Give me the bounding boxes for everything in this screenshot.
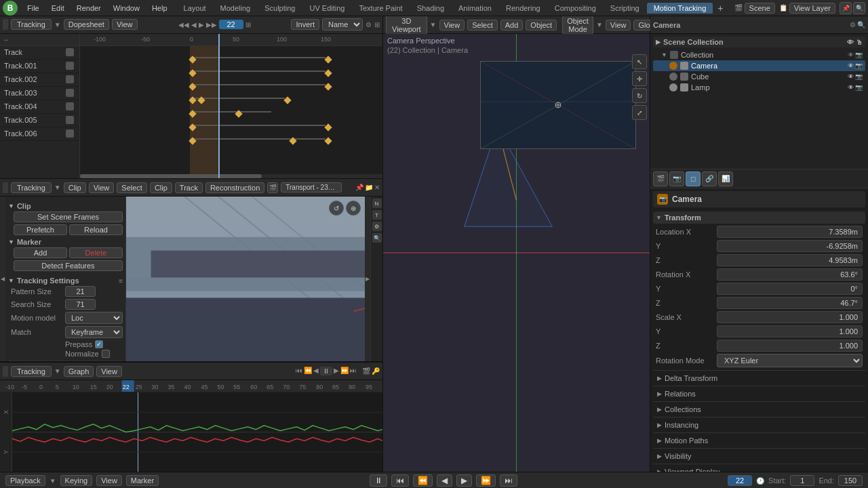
- prop-tab-constraints[interactable]: 🔗: [702, 171, 717, 186]
- clip-select-btn[interactable]: Select: [117, 182, 147, 193]
- tool-scale[interactable]: ⤢: [632, 105, 647, 120]
- tool-move[interactable]: ✛: [632, 71, 647, 86]
- clip-right-collapse[interactable]: ▶: [365, 197, 370, 361]
- clip-prop-icon-4[interactable]: 🔍: [372, 233, 382, 243]
- clip-close-icon[interactable]: ✕: [374, 184, 380, 191]
- collection-item-collection[interactable]: ▼ Collection 👁 📷: [653, 49, 865, 60]
- props-settings-icon[interactable]: ⚙: [850, 21, 856, 28]
- search-size-input[interactable]: [65, 299, 96, 310]
- clip-viewport[interactable]: ↺ ⊕: [126, 197, 365, 361]
- tab-sculpting[interactable]: Sculpting: [258, 3, 302, 14]
- dopesheet-normalize-icon[interactable]: ⊞: [374, 21, 380, 28]
- set-scene-frames-btn[interactable]: Set Scene Frames: [14, 211, 123, 222]
- scene-coll-icon-2[interactable]: 🖱: [856, 39, 863, 46]
- keying-btn[interactable]: Keying: [60, 475, 93, 486]
- reload-btn[interactable]: Reload: [69, 224, 123, 235]
- view-layer-selector[interactable]: View Layer: [789, 3, 835, 14]
- play-to-start-btn[interactable]: ⏸: [370, 474, 387, 487]
- dopesheet-collapse[interactable]: [3, 19, 8, 30]
- dopesheet-subtype[interactable]: Dopesheet: [64, 19, 109, 30]
- menu-render[interactable]: Render: [71, 3, 106, 14]
- collection-item-camera[interactable]: Camera 👁 📷: [653, 60, 865, 71]
- start-frame-input[interactable]: 1: [790, 475, 814, 486]
- tab-rendering[interactable]: Rendering: [499, 3, 547, 14]
- clip-left-collapse[interactable]: ◀: [0, 197, 5, 361]
- dopesheet-scrollbar-thumb[interactable]: [80, 174, 262, 178]
- cube-eye-icon[interactable]: 👁: [848, 73, 854, 80]
- tool-cursor[interactable]: ↖: [632, 54, 647, 69]
- clip-prop-icon-2[interactable]: T: [372, 210, 382, 220]
- tab-motion-tracking[interactable]: Motion Tracking: [647, 3, 713, 14]
- viewport-select-btn[interactable]: Select: [467, 20, 498, 30]
- prop-tab-scene[interactable]: 🎬: [653, 171, 668, 186]
- clip-reconstruction-btn[interactable]: Reconstruction: [205, 182, 264, 193]
- dopesheet-editor-type[interactable]: Tracking: [11, 19, 52, 30]
- graph-pause-btn[interactable]: ⏸: [320, 367, 332, 375]
- rotation-mode-select[interactable]: XYZ Euler: [717, 354, 863, 367]
- tab-uv[interactable]: UV Editing: [302, 3, 351, 14]
- next-keyframe-btn[interactable]: ⏭: [500, 474, 517, 487]
- transform-section-header[interactable]: ▼ Transform: [653, 211, 865, 224]
- add-workspace-tab[interactable]: +: [713, 3, 727, 14]
- invert-btn[interactable]: Invert: [291, 19, 319, 30]
- playback-mode-btn[interactable]: Playback: [5, 475, 45, 486]
- collection-item-cube[interactable]: Cube 👁 📷: [653, 71, 865, 82]
- clip-folder-icon[interactable]: 📁: [365, 184, 373, 191]
- scale-y-value[interactable]: 1.000: [717, 325, 863, 338]
- dopesheet-scrollbar[interactable]: [80, 174, 382, 178]
- tab-shading[interactable]: Shading: [410, 3, 451, 14]
- scene-coll-icon-1[interactable]: 👁: [847, 39, 854, 46]
- pin-button[interactable]: 📌: [840, 2, 852, 14]
- prop-tab-render[interactable]: 📷: [669, 171, 684, 186]
- clip-movie-icon[interactable]: 🎬: [267, 182, 278, 193]
- clip-editor-type[interactable]: Tracking: [11, 182, 52, 193]
- match-select[interactable]: Keyframe: [65, 326, 123, 338]
- step-fwd-btn[interactable]: ⏩: [476, 474, 496, 487]
- keyframe-3-2[interactable]: [283, 96, 291, 104]
- coll-render-icon[interactable]: 📷: [855, 52, 863, 58]
- graph-editor-type[interactable]: Tracking: [11, 366, 52, 377]
- graph-step-fwd-btn[interactable]: ⏩: [340, 367, 349, 375]
- viewport-view-btn[interactable]: View: [439, 20, 465, 30]
- tab-modeling[interactable]: Modeling: [214, 3, 258, 14]
- dopesheet-timeline[interactable]: -100 -50 0 50 100 150: [80, 34, 382, 178]
- motion-paths-header[interactable]: ▶ Motion Paths: [653, 435, 865, 446]
- tab-layout[interactable]: Layout: [177, 3, 213, 14]
- tab-scripting[interactable]: Scripting: [604, 3, 646, 14]
- normalize-checkbox[interactable]: [102, 350, 110, 358]
- coll-eye-icon[interactable]: 👁: [848, 52, 854, 58]
- camera-eye-icon[interactable]: 👁: [848, 62, 854, 69]
- end-frame-input[interactable]: 150: [838, 475, 863, 486]
- graph-play-fwd-btn[interactable]: ▶: [334, 367, 339, 375]
- graph-body[interactable]: X Y: [0, 392, 382, 472]
- keyframe-2-1[interactable]: [324, 83, 332, 90]
- track-label-6[interactable]: Track.006: [0, 127, 79, 141]
- keyframe-6-2[interactable]: [324, 137, 332, 144]
- clip-prop-icon-3[interactable]: ⚙: [372, 222, 382, 231]
- prev-keyframe-btn[interactable]: ⏮: [391, 474, 409, 487]
- track-label-2[interactable]: Track.002: [0, 73, 79, 87]
- keyframe-1-1[interactable]: [324, 69, 332, 77]
- zoom-control[interactable]: ⊕: [346, 201, 361, 216]
- instancing-header[interactable]: ▶ Instancing: [653, 420, 865, 430]
- tab-compositing[interactable]: Compositing: [548, 3, 603, 14]
- viewport-mode-btn[interactable]: Object Mode: [562, 16, 593, 35]
- clip-clip-btn[interactable]: Clip: [150, 182, 172, 193]
- keyframe-5-1[interactable]: [324, 123, 332, 131]
- lamp-eye-icon[interactable]: 👁: [848, 84, 854, 91]
- tab-animation[interactable]: Animation: [452, 3, 498, 14]
- clip-view-btn[interactable]: View: [89, 182, 115, 193]
- track-label-5[interactable]: Track.005: [0, 114, 79, 127]
- delta-transform-header[interactable]: ▶ Delta Transform: [653, 373, 865, 384]
- collections-header[interactable]: ▶ Collections: [653, 404, 865, 415]
- rotation-x-value[interactable]: 63.6°: [717, 268, 863, 281]
- dopesheet-settings-icon[interactable]: ⚙: [366, 21, 372, 28]
- prefetch-btn[interactable]: Prefetch: [14, 224, 67, 235]
- name-filter[interactable]: Name: [322, 18, 363, 30]
- location-x-value[interactable]: 7.3589m: [717, 226, 863, 238]
- graph-view-btn[interactable]: View: [96, 366, 122, 377]
- scale-z-value[interactable]: 1.000: [717, 340, 863, 352]
- marker-delete-btn[interactable]: Delete: [69, 247, 123, 258]
- graph-label-btn[interactable]: Graph: [64, 366, 94, 377]
- clip-prop-icon-1[interactable]: N: [372, 199, 382, 208]
